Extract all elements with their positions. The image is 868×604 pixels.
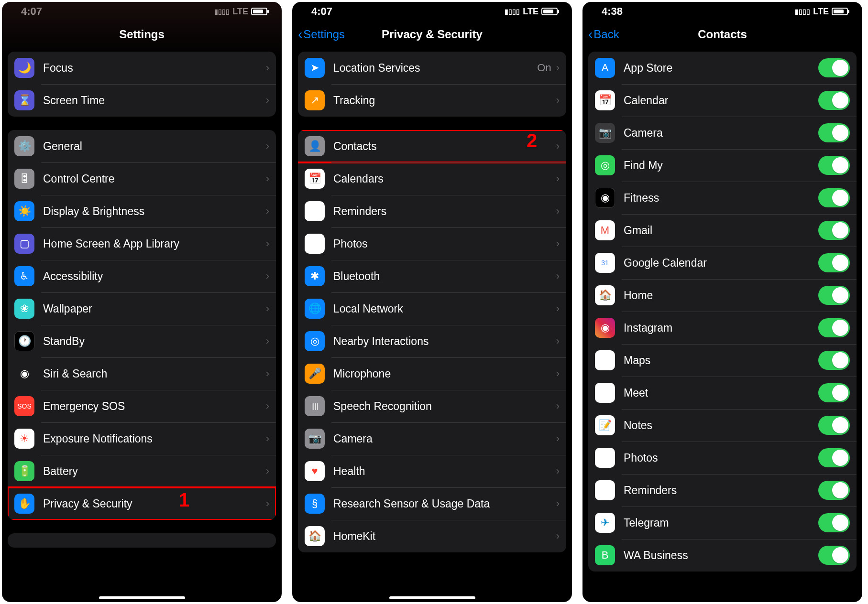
settings-list[interactable]: 🌙Focus›⌛Screen Time›⚙️General›🎛Control C…	[2, 48, 282, 602]
list-row[interactable]: ☀︎Exposure Notifications›	[8, 422, 276, 455]
toggle-switch[interactable]	[818, 253, 850, 272]
toggle-switch[interactable]	[818, 448, 850, 467]
app-icon: ✿	[305, 234, 325, 254]
list-row[interactable]: 🕐StandBy›	[8, 325, 276, 357]
list-row[interactable]: ||||Speech Recognition›	[298, 390, 566, 422]
row-label: Find My	[624, 159, 818, 172]
list-row[interactable]: ◉Instagram	[588, 312, 857, 344]
toggle-switch[interactable]	[818, 513, 850, 532]
screen-contacts: 4:38 ▮▯▯▯ LTE ‹ Back Contacts AApp Store…	[582, 2, 862, 602]
row-label: Gmail	[624, 224, 818, 237]
toggle-switch[interactable]	[818, 286, 850, 305]
list-row[interactable]: 🌙Focus›	[8, 52, 276, 84]
toggle-switch[interactable]	[818, 481, 850, 500]
list-row[interactable]: 📷Camera›	[298, 422, 566, 455]
list-row[interactable]: ▣Meet	[588, 377, 857, 409]
chevron-left-icon: ‹	[588, 27, 593, 42]
list-row[interactable]: ☰Reminders	[588, 474, 857, 507]
app-icon: ✿	[595, 448, 615, 468]
list-row[interactable]: 🏠Home	[588, 279, 857, 312]
list-row[interactable]: AApp Store	[588, 52, 857, 84]
list-row[interactable]: 🔋Battery›	[8, 455, 276, 487]
status-bar: 4:07 ▮▯▯▯ LTE	[292, 2, 572, 21]
toggle-switch[interactable]	[818, 416, 850, 435]
list-row[interactable]: BWA Business	[588, 539, 857, 572]
toggle-switch[interactable]	[818, 156, 850, 175]
list-row[interactable]: 📅Calendars›	[298, 162, 566, 195]
privacy-list[interactable]: ➤Location ServicesOn›↗Tracking›👤Contacts…	[292, 48, 572, 602]
toggle-switch[interactable]	[818, 318, 850, 337]
app-icon: ||||	[305, 396, 325, 416]
chevron-right-icon: ›	[556, 62, 560, 74]
list-row[interactable]: 🌐Local Network›	[298, 292, 566, 325]
list-row[interactable]: §Research Sensor & Usage Data›	[298, 487, 566, 520]
network-label: LTE	[523, 7, 538, 17]
list-row[interactable]: ☰Reminders›	[298, 195, 566, 227]
list-row[interactable]: ▢Home Screen & App Library›	[8, 227, 276, 260]
toggle-switch[interactable]	[818, 221, 850, 240]
chevron-right-icon: ›	[556, 205, 560, 217]
back-button[interactable]: ‹ Settings	[298, 27, 345, 42]
app-icon: 🏠	[595, 285, 615, 305]
list-row[interactable]: ✈Telegram	[588, 507, 857, 539]
chevron-right-icon: ›	[266, 205, 269, 217]
list-row[interactable]: ☀️Display & Brightness›	[8, 195, 276, 227]
list-row[interactable]: ✱Bluetooth›	[298, 260, 566, 292]
list-row[interactable]: ◎Nearby Interactions›	[298, 325, 566, 357]
screen-settings: 4:07 ▮▯▯▯ LTE Settings 🌙Focus›⌛Screen Ti…	[2, 2, 282, 602]
row-label: Emergency SOS	[43, 400, 266, 413]
list-row[interactable]: 📝Notes	[588, 409, 857, 442]
home-indicator[interactable]	[389, 596, 475, 599]
chevron-right-icon: ›	[556, 497, 560, 510]
apps-group: AApp Store📅Calendar📷Camera◎Find My◉Fitne…	[588, 52, 857, 572]
nav-bar: Settings	[2, 21, 282, 48]
list-row[interactable]: 🎛Control Centre›	[8, 162, 276, 195]
list-row[interactable]: ◉Siri & Search›	[8, 357, 276, 390]
nav-bar: ‹ Back Contacts	[582, 21, 862, 48]
chevron-right-icon: ›	[556, 94, 560, 107]
list-row[interactable]: 📅Calendar	[588, 84, 857, 117]
list-row[interactable]: ◎Find My	[588, 149, 857, 182]
list-row[interactable]: ◉Fitness	[588, 182, 857, 214]
list-row[interactable]: 👤Contacts›	[298, 130, 566, 162]
back-button[interactable]: ‹ Back	[588, 27, 619, 42]
list-row[interactable]: ↗Tracking›	[298, 84, 566, 117]
toggle-switch[interactable]	[818, 546, 850, 565]
chevron-right-icon: ›	[266, 335, 269, 347]
list-row[interactable]: ✋Privacy & Security›	[8, 487, 276, 520]
list-row[interactable]: 31Google Calendar	[588, 247, 857, 279]
list-row[interactable]: ➤Location ServicesOn›	[298, 52, 566, 84]
toggle-switch[interactable]	[818, 123, 850, 142]
list-row[interactable]: ✿Photos›	[298, 227, 566, 260]
row-label: Google Calendar	[624, 257, 818, 270]
list-row[interactable]: MGmail	[588, 214, 857, 247]
row-label: Reminders	[624, 484, 818, 497]
list-row[interactable]: ⌛Screen Time›	[8, 84, 276, 117]
list-row[interactable]: SOSEmergency SOS›	[8, 390, 276, 422]
home-indicator[interactable]	[99, 596, 185, 599]
toggle-switch[interactable]	[818, 188, 850, 207]
contacts-app-list[interactable]: AApp Store📅Calendar📷Camera◎Find My◉Fitne…	[582, 48, 862, 602]
list-row[interactable]: 🗺Maps	[588, 344, 857, 377]
list-row[interactable]: ♥Health›	[298, 455, 566, 487]
chevron-right-icon: ›	[266, 140, 269, 152]
app-icon: ↗	[305, 90, 325, 110]
chevron-right-icon: ›	[266, 400, 269, 412]
list-row[interactable]: ❀Wallpaper›	[8, 292, 276, 325]
list-row[interactable]: ✿Photos	[588, 442, 857, 474]
row-label: Exposure Notifications	[43, 432, 266, 445]
toggle-switch[interactable]	[818, 351, 850, 370]
row-label: Siri & Search	[43, 367, 266, 380]
list-row[interactable]: 📷Camera	[588, 117, 857, 149]
list-row[interactable]: 🏠HomeKit›	[298, 520, 566, 552]
toggle-switch[interactable]	[818, 58, 850, 77]
app-icon: ◉	[595, 318, 615, 338]
list-row[interactable]: 🎤Microphone›	[298, 357, 566, 390]
toggle-switch[interactable]	[818, 383, 850, 402]
status-bar: 4:07 ▮▯▯▯ LTE	[2, 2, 282, 21]
toggle-switch[interactable]	[818, 91, 850, 110]
app-icon: 👤	[305, 136, 325, 156]
list-row[interactable]: ♿︎Accessibility›	[8, 260, 276, 292]
app-icon: ◎	[595, 155, 615, 175]
list-row[interactable]: ⚙️General›	[8, 130, 276, 162]
